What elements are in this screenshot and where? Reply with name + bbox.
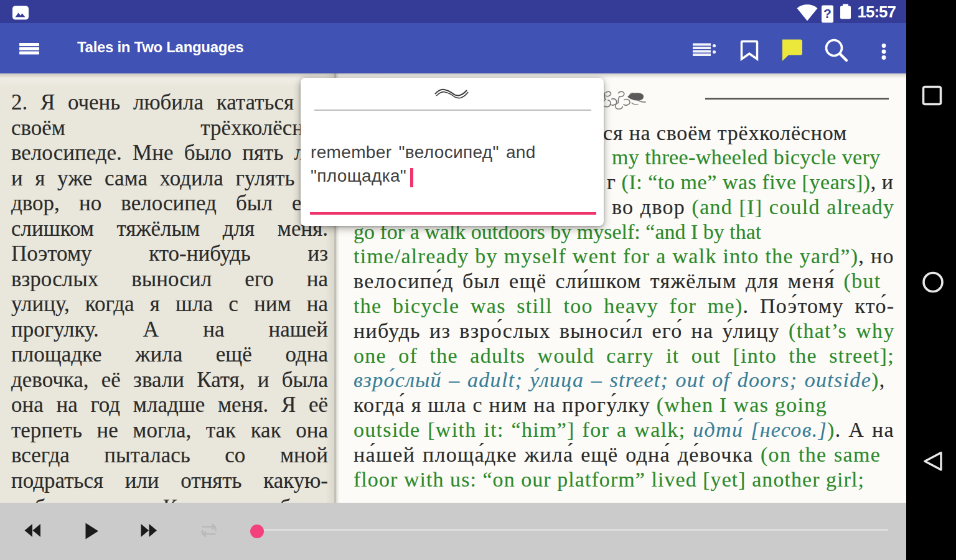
svg-text:?: ? xyxy=(823,6,832,21)
